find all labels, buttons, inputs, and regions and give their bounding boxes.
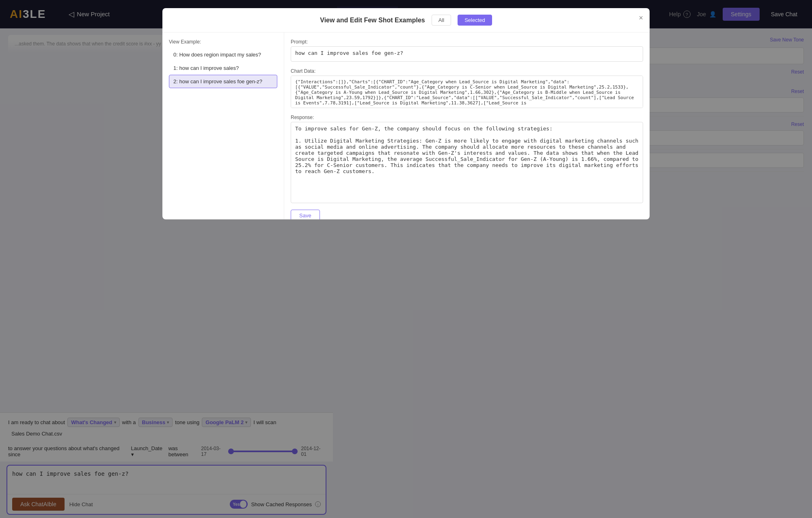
- modal-example-list: View Example: 0: How does region impact …: [162, 33, 284, 219]
- main-content: ...asked them. The data shows that when …: [0, 28, 812, 518]
- modal-title: View and Edit Few Shot Examples: [320, 17, 425, 24]
- modal-fields-area: Prompt: Chart Data: Response: Save: [284, 33, 650, 219]
- chart-data-label: Chart Data:: [291, 68, 643, 74]
- example-item-0[interactable]: 0: How does region impact my sales?: [169, 48, 277, 61]
- response-field-container: Response:: [291, 115, 643, 205]
- prompt-input[interactable]: [291, 46, 643, 62]
- response-input[interactable]: [291, 122, 643, 203]
- modal-tab-selected[interactable]: Selected: [458, 15, 492, 26]
- modal-header: View and Edit Few Shot Examples All Sele…: [162, 8, 650, 33]
- chart-data-input[interactable]: [291, 76, 643, 108]
- view-example-label: View Example:: [169, 39, 277, 45]
- modal-body: View Example: 0: How does region impact …: [162, 33, 650, 219]
- modal-save-button[interactable]: Save: [291, 210, 320, 219]
- modal-close-button[interactable]: ×: [639, 14, 643, 22]
- prompt-label: Prompt:: [291, 39, 643, 45]
- example-item-2[interactable]: 2: how can I improve sales foe gen-z?: [169, 75, 277, 88]
- modal-overlay: View and Edit Few Shot Examples All Sele…: [0, 0, 812, 518]
- few-shot-modal: View and Edit Few Shot Examples All Sele…: [162, 8, 650, 219]
- response-label: Response:: [291, 115, 643, 120]
- chart-data-field-container: Chart Data:: [291, 68, 643, 110]
- example-item-1[interactable]: 1: how can I improve sales?: [169, 61, 277, 75]
- prompt-field-container: Prompt:: [291, 39, 643, 63]
- modal-tab-all[interactable]: All: [432, 15, 451, 26]
